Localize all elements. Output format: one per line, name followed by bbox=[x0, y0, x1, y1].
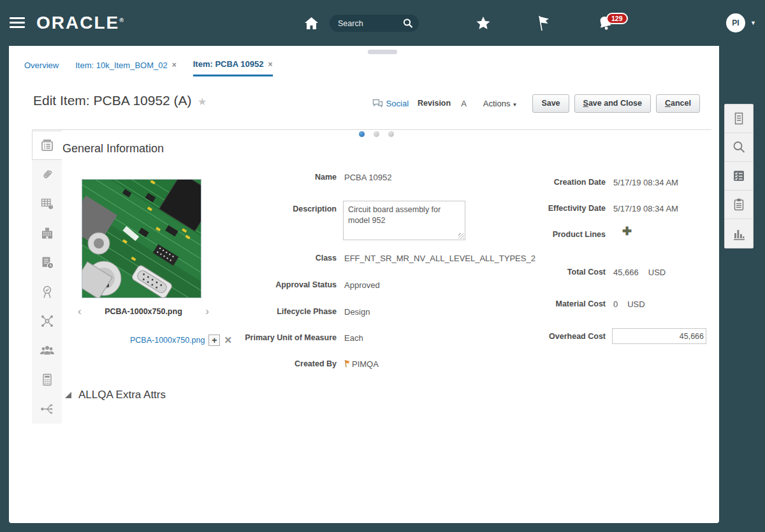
creation-date-label: Creation Date bbox=[472, 178, 606, 187]
save-button[interactable]: Save bbox=[532, 94, 569, 113]
table-cube-icon bbox=[40, 196, 55, 212]
search-icon[interactable] bbox=[402, 18, 414, 29]
rail-tasks[interactable] bbox=[725, 162, 753, 191]
favorite-item-star-icon[interactable]: ★ bbox=[198, 96, 207, 108]
rail-general-information[interactable] bbox=[32, 131, 62, 160]
network-icon bbox=[40, 313, 55, 329]
approval-status-value: Approved bbox=[344, 280, 380, 290]
rail-audit[interactable] bbox=[725, 191, 753, 219]
section-title: General Information bbox=[62, 142, 164, 155]
material-cost-value: 0USD bbox=[613, 299, 645, 309]
page-carousel-dots bbox=[359, 131, 394, 137]
total-cost-value: 45,666USD bbox=[613, 268, 666, 277]
total-cost-currency: USD bbox=[648, 268, 666, 277]
paperclip-icon bbox=[40, 167, 55, 182]
top-navigation-bar: ORACLE® 129 PI ▼ bbox=[0, 0, 765, 46]
section-divider bbox=[32, 129, 711, 130]
global-search bbox=[330, 15, 419, 32]
rail-costs[interactable] bbox=[32, 365, 62, 394]
approval-status-label: Approval Status bbox=[203, 280, 337, 289]
document-clock-icon bbox=[40, 255, 55, 270]
rail-teams[interactable] bbox=[32, 336, 62, 365]
close-icon[interactable]: × bbox=[172, 61, 177, 69]
image-carousel: ‹ PCBA-1000x750.png › bbox=[78, 307, 209, 316]
created-by-value: PIMQA bbox=[344, 359, 379, 369]
actions-menu[interactable]: Actions▼ bbox=[483, 99, 518, 108]
page-title: Edit Item: PCBA 10952 (A) bbox=[33, 93, 192, 108]
disclosure-triangle-icon bbox=[64, 391, 73, 399]
main-content-panel: Overview Item: 10k_Item_BOM_02× Item: PC… bbox=[9, 46, 719, 523]
save-and-close-button[interactable]: Save and Close bbox=[574, 94, 651, 113]
lifecycle-phase-value: Design bbox=[344, 307, 370, 317]
add-product-line-icon[interactable]: ✚ bbox=[622, 226, 632, 236]
name-value: PCBA 10952 bbox=[344, 173, 391, 182]
image-caption: PCBA-1000x750.png bbox=[105, 307, 182, 316]
effectivity-date-value: 5/17/19 08:34 AM bbox=[613, 204, 678, 213]
carousel-dot-2[interactable] bbox=[374, 131, 379, 137]
user-flag-icon bbox=[344, 359, 351, 368]
social-link[interactable]: Social bbox=[386, 99, 409, 108]
document-icon bbox=[731, 111, 747, 126]
rail-history[interactable] bbox=[32, 248, 62, 277]
carousel-dot-3[interactable] bbox=[388, 131, 394, 137]
rail-organizations[interactable] bbox=[32, 219, 62, 248]
close-icon[interactable]: × bbox=[268, 60, 273, 69]
social-icon[interactable] bbox=[372, 99, 383, 108]
oracle-logo: ORACLE® bbox=[36, 13, 124, 33]
chevron-down-icon: ▼ bbox=[512, 102, 517, 108]
hamburger-menu-icon[interactable] bbox=[10, 17, 25, 29]
favorites-star-icon[interactable] bbox=[476, 16, 491, 31]
branch-arrows-icon bbox=[40, 401, 55, 417]
magnifier-icon bbox=[731, 139, 747, 155]
rail-relationships[interactable] bbox=[32, 306, 62, 336]
rail-where-used[interactable] bbox=[32, 394, 62, 424]
tab-item-bom[interactable]: Item: 10k_Item_BOM_02× bbox=[75, 59, 177, 76]
rail-attachments[interactable] bbox=[32, 160, 62, 189]
primary-uom-value: Each bbox=[344, 333, 363, 343]
chevron-left-icon[interactable]: ‹ bbox=[78, 307, 82, 316]
calculator-icon bbox=[40, 372, 55, 387]
created-by-label: Created By bbox=[203, 359, 337, 368]
avatar-caret-icon[interactable]: ▼ bbox=[750, 20, 756, 26]
carousel-dot-1[interactable] bbox=[359, 131, 365, 137]
user-avatar[interactable]: PI bbox=[726, 13, 745, 32]
total-cost-label: Total Cost bbox=[472, 268, 606, 277]
rail-reports[interactable] bbox=[725, 219, 753, 248]
allqa-section-title: ALLQA Extra Attrs bbox=[78, 389, 166, 401]
rail-page-info[interactable] bbox=[725, 104, 753, 133]
form-list-icon bbox=[40, 138, 55, 153]
bar-chart-icon bbox=[731, 226, 747, 241]
creation-date-value: 5/17/19 08:34 AM bbox=[613, 178, 678, 187]
revision-value[interactable]: A bbox=[461, 99, 467, 108]
home-icon[interactable] bbox=[304, 17, 319, 30]
effectivity-date-label: Effectivity Date bbox=[472, 204, 606, 213]
description-field-wrap: Circuit board assembly for model 952 bbox=[343, 201, 465, 240]
description-field[interactable]: Circuit board assembly for model 952 bbox=[343, 201, 465, 240]
cancel-button[interactable]: Cancel bbox=[656, 94, 700, 113]
rail-search[interactable] bbox=[725, 133, 753, 162]
medal-icon bbox=[40, 284, 55, 299]
panel-drag-handle[interactable] bbox=[368, 50, 397, 54]
attachment-link[interactable]: PCBA-1000x750.png bbox=[130, 336, 205, 345]
allqa-extra-attrs-section[interactable]: ALLQA Extra Attrs bbox=[64, 389, 166, 401]
rail-quality[interactable] bbox=[32, 277, 62, 306]
search-input[interactable] bbox=[338, 19, 402, 28]
tab-overview[interactable]: Overview bbox=[24, 59, 59, 76]
product-lines-label: Product Lines bbox=[472, 230, 606, 239]
people-icon bbox=[39, 343, 55, 358]
checklist-icon bbox=[731, 168, 747, 183]
clipboard-icon bbox=[731, 197, 747, 212]
class-label: Class bbox=[203, 254, 337, 262]
primary-uom-label: Primary Unit of Measure bbox=[203, 333, 337, 342]
notification-count-badge[interactable]: 129 bbox=[606, 13, 628, 24]
watchlist-flag-icon[interactable] bbox=[536, 15, 550, 31]
tab-item-pcba[interactable]: Item: PCBA 10952× bbox=[193, 59, 273, 76]
revision-label: Revision bbox=[418, 99, 451, 108]
overhead-cost-input[interactable] bbox=[612, 328, 706, 344]
rail-structures[interactable] bbox=[32, 189, 62, 219]
class-value: EFF_NT_SR_MR_NV_ALL_LEVEL_ALL_TYPES_2 bbox=[344, 254, 536, 263]
lifecycle-phase-label: Lifecycle Phase bbox=[203, 307, 337, 316]
item-image[interactable] bbox=[82, 179, 201, 298]
material-cost-currency: USD bbox=[627, 299, 645, 309]
description-label: Description bbox=[203, 205, 337, 213]
